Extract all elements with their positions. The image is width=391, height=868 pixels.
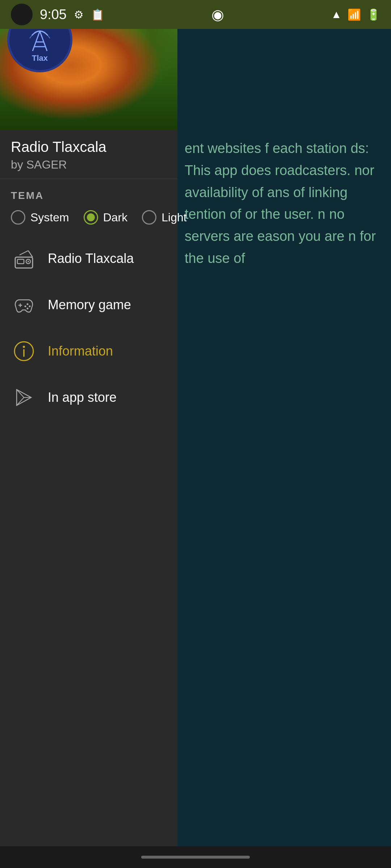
gamepad-icon [11, 292, 37, 318]
app-by: by SAGER [11, 158, 167, 171]
wifi-icon: ▲ [331, 8, 342, 21]
nav-information-label: Information [48, 344, 113, 359]
drawer-title-area: Radio Tlaxcala by SAGER [0, 130, 177, 179]
settings-icon: ⚙ [74, 8, 84, 21]
nav-item-store[interactable]: In app store [0, 374, 177, 421]
radio-dark[interactable] [84, 210, 98, 225]
theme-options: System Dark Light [11, 210, 167, 225]
svg-point-7 [28, 261, 29, 262]
status-left: 9:05 ⚙ 📋 [11, 4, 104, 25]
theme-option-light[interactable]: Light [142, 210, 186, 225]
radio-dark-inner [87, 213, 95, 221]
background-text: ent websites f each station ds: This app… [177, 130, 384, 277]
nav-bar-pill [141, 856, 250, 859]
nav-items: Radio Tlaxcala Memory game [0, 232, 177, 868]
nav-store-label: In app store [48, 390, 117, 405]
nav-item-radio[interactable]: Radio Tlaxcala [0, 235, 177, 282]
svg-point-14 [25, 306, 26, 307]
nav-memory-label: Memory game [48, 297, 131, 312]
navigation-bar [0, 846, 391, 868]
theme-light-label: Light [161, 211, 186, 224]
radio-light[interactable] [142, 210, 156, 225]
signal-icon: 📶 [348, 8, 361, 21]
info-icon [11, 338, 37, 364]
sim-icon: 📋 [91, 8, 104, 21]
logo-tlax-text: Tlax [25, 54, 54, 63]
svg-line-8 [20, 251, 28, 255]
theme-option-dark[interactable]: Dark [84, 210, 128, 225]
logo-tower-svg [25, 27, 54, 53]
notification-circle [11, 4, 33, 25]
theme-section: TEMA System Dark Light [0, 179, 177, 232]
navigation-drawer: Radio Tlax Radio [0, 0, 177, 868]
status-right: ▲ 📶 🔋 [331, 8, 380, 21]
theme-label: TEMA [11, 190, 167, 201]
svg-point-15 [27, 308, 29, 310]
svg-point-13 [29, 306, 31, 307]
nav-item-memory[interactable]: Memory game [0, 282, 177, 328]
play-icon [11, 384, 37, 410]
radio-icon [11, 246, 37, 272]
location-dot-icon: ◉ [211, 6, 224, 23]
theme-option-system[interactable]: System [11, 210, 69, 225]
nav-radio-label: Radio Tlaxcala [48, 251, 134, 266]
battery-icon: 🔋 [367, 8, 380, 21]
status-time: 9:05 [40, 7, 67, 22]
theme-system-label: System [30, 211, 69, 224]
status-bar: 9:05 ⚙ 📋 ◉ ▲ 📶 🔋 [0, 0, 391, 29]
app-name: Radio Tlaxcala [11, 139, 167, 155]
radio-system[interactable] [11, 210, 25, 225]
nav-item-information[interactable]: Information [0, 328, 177, 374]
theme-dark-label: Dark [103, 211, 128, 224]
svg-point-12 [27, 303, 29, 305]
svg-point-18 [23, 346, 25, 348]
svg-line-9 [28, 251, 33, 257]
svg-rect-5 [17, 259, 24, 264]
